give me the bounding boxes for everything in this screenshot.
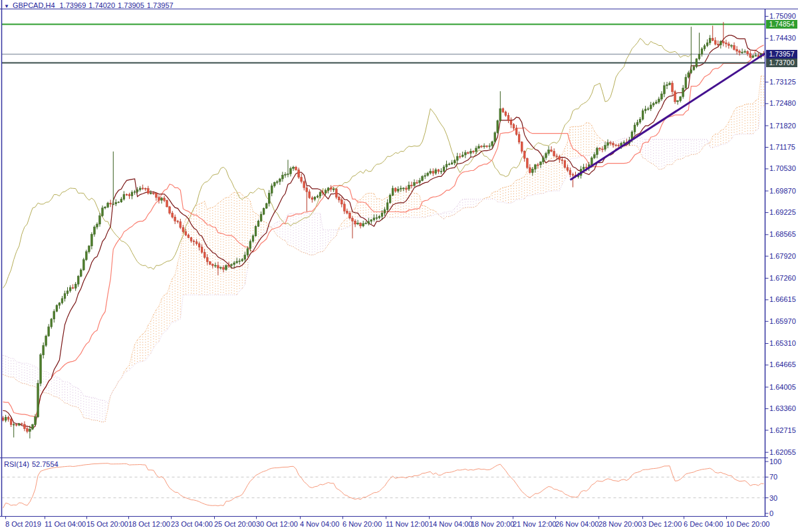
candle-wicks-up — [6, 27, 761, 438]
rsi-value: 52.7554 — [32, 460, 59, 468]
price-axis-label: 1.62715 — [769, 426, 796, 435]
candles-down — [2, 39, 765, 432]
rsi-axis-label: 0 — [769, 509, 773, 517]
time-axis-label: 8 Oct 2019 — [5, 520, 41, 528]
time-axis-label: 6 Dec 04:00 — [684, 520, 723, 528]
time-axis-label: 28 Nov 20:00 — [598, 520, 642, 528]
price-axis-label: 1.71175 — [769, 143, 795, 152]
rsi-axis-label: 30 — [769, 494, 777, 502]
price-tag-support: 1.73700 — [766, 59, 797, 67]
price-axis-label: 1.67920 — [769, 252, 796, 261]
chart-window: ▼GBPCAD,H4 1.739691.740201.739051.73957 … — [0, 0, 798, 532]
time-axis-label: 10 Dec 20:00 — [726, 520, 769, 528]
time-axis-label: 26 Nov 04:00 — [555, 520, 598, 528]
price-axis-label: 1.70530 — [769, 164, 796, 173]
candle-wicks-down — [3, 22, 764, 433]
price-tag-bid: 1.73957 — [766, 50, 797, 59]
price-axis-label: 1.69870 — [769, 187, 796, 196]
price-axis-label: 1.64005 — [769, 383, 796, 392]
price-chart-canvas[interactable] — [0, 0, 798, 532]
ohlc-high: 1.74020 — [88, 1, 115, 9]
time-axis-label: 14 Nov 04:00 — [429, 520, 472, 528]
time-axis-label: 23 Oct 04:00 — [171, 520, 213, 528]
chart-header: ▼GBPCAD,H4 1.739691.740201.739051.73957 — [4, 1, 176, 9]
chikou-span-line — [3, 39, 694, 289]
time-axis-label: 4 Nov 04:00 — [300, 520, 339, 528]
ohlc-open: 1.73969 — [60, 1, 86, 9]
time-axis-label: 15 Oct 20:00 — [86, 520, 128, 528]
price-axis-label: 1.74430 — [769, 34, 796, 43]
time-axis-label: 11 Nov 12:00 — [386, 520, 429, 528]
time-axis-label: 11 Oct 04:00 — [45, 520, 86, 528]
symbol-label: GBPCAD,H4 — [13, 1, 55, 9]
price-tag-resistance: 1.74854 — [766, 20, 797, 29]
price-axis-label: 1.65310 — [769, 339, 796, 348]
ichimoku-cloud-down-hatch — [3, 134, 708, 422]
time-axis-label: 25 Oct 20:00 — [214, 520, 256, 528]
kijun-sen-line — [3, 45, 764, 417]
ohlc-low: 1.73905 — [118, 1, 144, 9]
price-axis-label: 1.68565 — [769, 230, 796, 239]
time-axis-label: 18 Oct 12:00 — [128, 520, 170, 528]
time-axis-label: 18 Nov 20:00 — [471, 520, 514, 528]
price-axis-label: 1.67260 — [769, 274, 796, 283]
rsi-axis-label: 70 — [769, 473, 777, 481]
tenkan-sen-line — [3, 35, 764, 428]
rsi-axis-label: 100 — [769, 458, 781, 466]
price-axis-label: 1.65970 — [769, 317, 796, 326]
price-axis-label: 1.69225 — [769, 208, 796, 217]
time-axis-label: 30 Oct 12:00 — [256, 520, 298, 528]
price-axis-label: 1.62055 — [769, 448, 796, 457]
ohlc-close: 1.73957 — [147, 1, 174, 9]
price-axis-label: 1.64665 — [769, 360, 796, 369]
trendline — [571, 53, 765, 180]
price-axis-label: 1.63360 — [769, 404, 796, 413]
candles-up — [5, 39, 762, 432]
rsi-label: RSI(14) — [4, 460, 29, 468]
price-axis-label: 1.72480 — [769, 99, 796, 108]
senkou-span-b-line — [3, 107, 764, 403]
rsi-line — [3, 464, 764, 508]
ichimoku-cloud-up-hatch — [124, 76, 763, 374]
time-axis-label: 21 Nov 12:00 — [513, 520, 556, 528]
rsi-header: RSI(14)52.7554 — [4, 460, 61, 468]
price-axis-label: 1.66615 — [769, 295, 796, 304]
price-axis-label: 1.71820 — [769, 122, 796, 130]
symbol-dropdown-icon[interactable]: ▼ — [4, 3, 9, 9]
time-axis-label: 3 Dec 12:00 — [642, 520, 682, 528]
price-axis-label: 1.73125 — [769, 78, 796, 86]
time-axis-label: 6 Nov 20:00 — [342, 520, 382, 528]
